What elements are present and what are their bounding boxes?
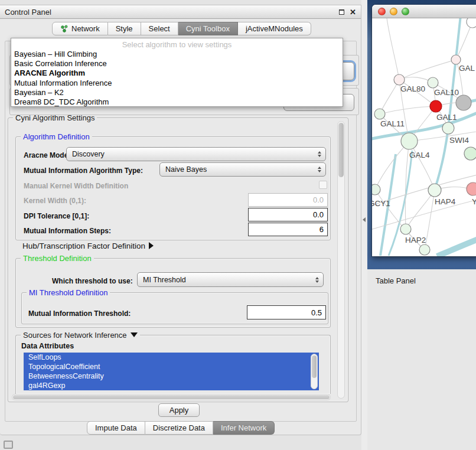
menu-item-basic-correlation-inference[interactable]: Basic Correlation Inference [11, 59, 343, 69]
tab-label: jActiveMNodules [246, 22, 303, 35]
menu-item-dream8-dc-tdc-algorithm[interactable]: Dream8 DC_TDC Algorithm [11, 97, 343, 107]
network-node[interactable] [464, 147, 476, 160]
mi-algorithm-type-combo[interactable]: Naive Bayes [159, 162, 326, 177]
node-label-swi4: SWI4 [449, 136, 469, 145]
dpi-tolerance-field[interactable]: 0.0 [248, 208, 328, 221]
node-label-hap2: HAP2 [405, 236, 426, 244]
network-node-gal11[interactable] [374, 109, 385, 119]
hub-tf-definition-label: Hub/Transcription Factor Definition [22, 242, 145, 250]
aracne-mode-combo[interactable]: Discovery [66, 147, 326, 161]
expanded-arrow-icon [131, 332, 138, 337]
panel-splitter[interactable] [361, 0, 367, 450]
network-node-gal10[interactable] [428, 77, 438, 88]
tab-label: Select [149, 22, 170, 35]
network-node-gal4[interactable] [401, 133, 418, 149]
network-node[interactable] [419, 244, 430, 255]
network-node-gcy1[interactable] [372, 184, 380, 195]
network-window-titlebar[interactable] [372, 5, 476, 18]
hub-tf-definition-toggle[interactable]: Hub/Transcription Factor Definition [22, 242, 154, 250]
network-view-window: GALGAL80GAL10GAL1GAL11SWI4GAL4GCY1HAP4YH… [372, 5, 476, 256]
network-icon [60, 25, 69, 32]
network-node-gal[interactable] [451, 55, 461, 64]
node-label-hap4: HAP4 [435, 197, 456, 206]
mi-algorithm-type-value: Naive Bayes [165, 165, 207, 174]
manual-kernel-width-checkbox[interactable] [319, 181, 327, 189]
menu-item-aracne-algorithm[interactable]: ARACNE Algorithm [11, 69, 343, 78]
which-threshold-combo[interactable]: MI Threshold [137, 272, 324, 287]
mi-threshold-definition-label: MI Threshold Definition [27, 288, 110, 297]
control-panel-titlebar: Control Panel ✕ [0, 5, 361, 19]
attribute-list-scrollbar[interactable] [311, 354, 318, 389]
tab-label: Discretize Data [153, 422, 205, 435]
threshold-definition-label: Threshold Definition [21, 254, 94, 263]
tab-label: Cyni Toolbox [186, 22, 230, 35]
combo-spinner-icon [315, 277, 319, 283]
algorithm-dropdown-placeholder: Select algorithm to view settings [11, 38, 343, 50]
network-node-hap2[interactable] [400, 224, 411, 234]
tab-label: Network [71, 22, 100, 35]
tab-impute-data[interactable]: Impute Data [87, 421, 145, 435]
network-node[interactable] [467, 18, 476, 28]
attribute-item-selfloops[interactable]: SelfLoops [24, 353, 319, 362]
mi-algorithm-type-label: Mutual Information Algorithm Type: [24, 167, 143, 175]
tab-infer-network[interactable]: Infer Network [213, 421, 275, 435]
node-label-gal80: GAL80 [400, 84, 425, 93]
tab-style[interactable]: Style [108, 22, 141, 35]
mi-steps-label: Mutual Information Steps: [24, 227, 111, 235]
collapsed-panel-icon[interactable] [4, 441, 13, 449]
control-panel: Control Panel ✕ NetworkStyleSelectCyni T… [0, 5, 361, 435]
node-label-gal4: GAL4 [409, 151, 430, 159]
kernel-width-label: Kernel Width (0,1): [24, 197, 86, 205]
table-panel: Table Panel ⚙ shared...name YDL19...YDL1… [367, 269, 476, 450]
float-panel-icon[interactable] [339, 9, 344, 15]
tab-jactivemnodules[interactable]: jActiveMNodules [238, 22, 311, 35]
attribute-item-betweennesscentrality[interactable]: BetweennessCentrality [24, 371, 319, 381]
mi-steps-field[interactable]: 6 [248, 223, 328, 236]
attribute-list-scroll-thumb[interactable] [312, 356, 317, 378]
control-panel-title: Control Panel [5, 8, 51, 17]
tab-discretize-data[interactable]: Discretize Data [145, 421, 213, 435]
settings-horizontal-scrollbar[interactable] [12, 394, 331, 400]
aracne-mode-label: Aracne Mode: [24, 151, 70, 159]
node-label-gal10: GAL10 [434, 88, 459, 97]
splitter-collapse-icon[interactable] [363, 217, 366, 222]
tab-cyni-toolbox[interactable]: Cyni Toolbox [178, 22, 238, 35]
minimize-window-icon[interactable] [390, 8, 397, 15]
close-panel-icon[interactable]: ✕ [350, 8, 356, 16]
combo-spinner-icon [318, 151, 321, 157]
apply-button[interactable]: Apply [158, 403, 200, 417]
algorithm-definition-label: Algorithm Definition [21, 132, 92, 141]
settings-vertical-scrollbar[interactable] [337, 121, 345, 399]
dpi-tolerance-label: DPI Tolerance [0,1]: [24, 212, 89, 220]
tab-label: Style [116, 22, 133, 35]
network-node-gal80[interactable] [394, 74, 405, 85]
menu-item-mutual-information-inference[interactable]: Mutual Information Inference [11, 79, 343, 88]
node-label-gal1: GAL1 [436, 113, 457, 122]
network-node-swi4[interactable] [442, 122, 454, 134]
network-node-gal1[interactable] [430, 100, 442, 112]
menu-item-bayesian-k2[interactable]: Bayesian – K2 [11, 88, 343, 97]
mi-threshold-label: Mutual Information Threshold: [28, 309, 131, 318]
zoom-window-icon[interactable] [402, 8, 409, 15]
node-label-gal: GAL [459, 64, 475, 73]
attribute-item-topologicalcoefficient[interactable]: TopologicalCoefficient [24, 362, 319, 371]
settings-hscroll-thumb[interactable] [13, 395, 330, 399]
close-window-icon[interactable] [378, 8, 386, 15]
mi-threshold-field[interactable]: 0.5 [247, 305, 326, 319]
tab-label: Infer Network [221, 422, 266, 435]
tab-select[interactable]: Select [141, 22, 178, 35]
attribute-item-gal4rgexp[interactable]: gal4RGexp [24, 381, 319, 390]
kernel-width-field[interactable]: 0.0 [248, 193, 328, 207]
network-node-y[interactable] [467, 182, 476, 195]
menu-item-bayesian-hill-climbing[interactable]: Bayesian – Hill Climbing [11, 50, 343, 59]
settings-scroll-thumb[interactable] [338, 123, 344, 177]
network-node[interactable] [456, 95, 471, 110]
node-label-gal11: GAL11 [380, 119, 405, 128]
which-threshold-value: MI Threshold [143, 276, 186, 284]
table-panel-title: Table Panel [376, 276, 416, 285]
network-node-hap4[interactable] [428, 184, 441, 197]
algorithm-dropdown-menu: Select algorithm to view settings Bayesi… [11, 38, 343, 107]
network-canvas[interactable]: GALGAL80GAL10GAL1GAL11SWI4GAL4GCY1HAP4YH… [372, 18, 476, 256]
tab-label: Impute Data [95, 422, 137, 435]
tab-network[interactable]: Network [52, 22, 108, 35]
